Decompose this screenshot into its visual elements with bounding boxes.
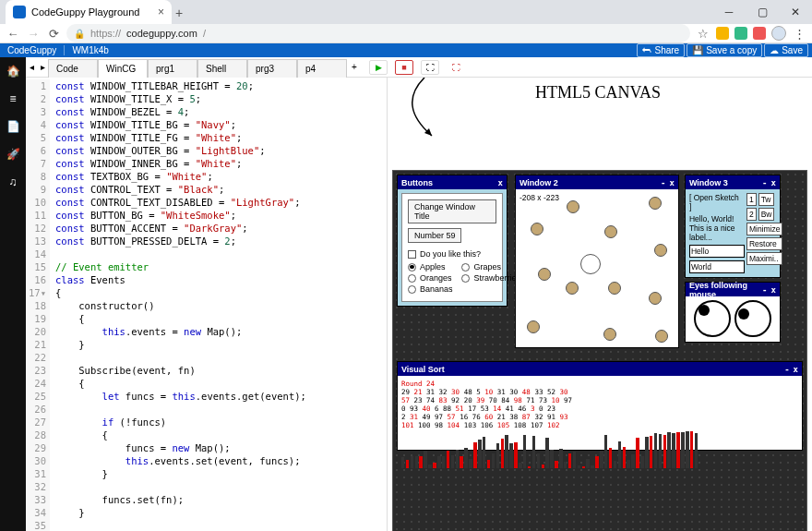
breadcrumb[interactable]: CodeGuppy: [0, 45, 64, 55]
open-sketch-link[interactable]: [ Open Sketch ]: [689, 193, 743, 211]
app-bluebar: CodeGuppy WM1k4b ⮪Share 💾Save a copy ☁Sa…: [0, 43, 812, 57]
new-tab-button[interactable]: +: [175, 6, 183, 20]
minimize-icon[interactable]: -: [762, 285, 767, 295]
radio[interactable]: Bananas: [408, 284, 453, 294]
url-bar[interactable]: 🔒 https://codeguppy.com/: [66, 24, 690, 42]
maximize-button[interactable]: ▢: [746, 0, 779, 24]
browser-tab[interactable]: CodeGuppy Playground ×: [6, 0, 172, 24]
save-button[interactable]: ☁Save: [764, 43, 808, 57]
label-text: Hello, World! This is a nice label...: [689, 214, 743, 242]
coords-label: -208 x -223: [519, 193, 559, 202]
favicon-icon: [13, 6, 26, 18]
window-title: Buttons: [401, 178, 433, 187]
ext-icon-1[interactable]: [716, 27, 729, 40]
lock-icon: 🔒: [74, 29, 85, 39]
mini-button[interactable]: 1: [746, 193, 757, 206]
code-tab[interactable]: Shell: [197, 59, 247, 78]
text-input[interactable]: Hello: [689, 245, 745, 258]
editor-pane[interactable]: 1const WINDOW_TITLEBAR_HEIGHT = 20;2cons…: [26, 78, 388, 531]
output-pane: HTML5 CANVAS Buttonsx Change Window Titl…: [388, 78, 812, 531]
radio[interactable]: Strawberries: [461, 273, 520, 283]
save-copy-button[interactable]: 💾Save a copy: [687, 43, 762, 57]
minimize-button[interactable]: Minimize: [746, 223, 783, 235]
run-button[interactable]: ▶: [369, 60, 388, 75]
minimize-button[interactable]: ─: [712, 0, 746, 24]
window-controls: ─ ▢ ✕: [712, 0, 812, 24]
radio[interactable]: Oranges: [408, 273, 453, 283]
text-input[interactable]: World: [689, 260, 745, 273]
maximize-button[interactable]: Maximi..: [746, 252, 783, 265]
close-icon[interactable]: x: [770, 178, 775, 187]
code-tab[interactable]: prg3: [247, 59, 297, 78]
mini-button[interactable]: Bw: [758, 208, 775, 221]
annotation-label: HTML5 CANVAS: [535, 83, 661, 103]
sort-numbers: Round 24 29 21 31 32 30 48 5 10 31 30 48…: [401, 380, 798, 429]
mini-button[interactable]: Tw: [758, 193, 775, 206]
restore-button[interactable]: Restore: [746, 237, 783, 250]
minimize-icon[interactable]: -: [661, 178, 665, 187]
radio[interactable]: Grapes: [461, 262, 520, 272]
change-title-button[interactable]: Change Window Title: [408, 199, 496, 223]
window-title: Eyes following mouse: [689, 281, 762, 299]
music-icon[interactable]: ♫: [5, 174, 21, 190]
checkbox[interactable]: Do you like this?: [408, 249, 496, 259]
minimize-icon[interactable]: -: [784, 365, 789, 374]
browser-titlebar: CodeGuppy Playground × + ─ ▢ ✕: [0, 0, 812, 24]
radio[interactable]: Apples: [408, 262, 453, 272]
window-title: Visual Sort: [401, 365, 445, 374]
menu-icon[interactable]: ⋮: [792, 26, 806, 41]
forward-button[interactable]: →: [26, 26, 41, 41]
menu-icon[interactable]: ≡: [5, 91, 21, 107]
save-icon: 💾: [692, 45, 703, 55]
sidebar: 🏠 ≡ 📄 🚀 ♫ 🗑: [0, 57, 26, 531]
reload-button[interactable]: ⟳: [46, 26, 61, 41]
close-icon[interactable]: ×: [158, 6, 164, 18]
eye-icon: [694, 300, 731, 337]
close-icon[interactable]: x: [669, 178, 674, 187]
code-tab[interactable]: WinCG: [98, 59, 148, 78]
tab-right-icon[interactable]: ▸: [37, 62, 48, 72]
rocket-icon[interactable]: 🚀: [5, 146, 21, 163]
window-3[interactable]: Window 3-x [ Open Sketch ] Hello, World!…: [685, 175, 781, 278]
tab-add-button[interactable]: +: [347, 62, 362, 72]
close-icon[interactable]: x: [770, 285, 775, 295]
close-icon[interactable]: x: [497, 178, 502, 187]
home-icon[interactable]: 🏠: [5, 63, 21, 79]
tab-left-icon[interactable]: ◂: [26, 62, 37, 72]
url-host: codeguppy.com: [126, 28, 197, 39]
share-icon: ⮪: [642, 45, 651, 55]
window-2[interactable]: Window 2-x -208 x -223: [515, 175, 679, 348]
eye-icon: [734, 300, 771, 337]
minimize-icon[interactable]: -: [762, 178, 767, 187]
number-button[interactable]: Number 59: [408, 228, 462, 243]
canvas-area[interactable]: Buttonsx Change Window Title Number 59 D…: [392, 170, 807, 531]
cloud-icon: ☁: [770, 45, 779, 55]
folder-icon[interactable]: 📄: [5, 118, 21, 135]
avatar[interactable]: [771, 26, 786, 41]
extension-icons: ☆ ⋮: [696, 26, 806, 41]
breadcrumb[interactable]: WM1k4b: [64, 45, 115, 55]
ext-icon-2[interactable]: [734, 27, 747, 40]
window-visual-sort[interactable]: Visual Sort-x Round 24 29 21 31 32 30 48…: [397, 361, 803, 451]
back-button[interactable]: ←: [6, 26, 20, 41]
fullscreen-icon[interactable]: ⛶: [447, 60, 465, 75]
star-icon[interactable]: ☆: [696, 26, 710, 41]
url-prefix: https://: [90, 28, 121, 39]
mini-button[interactable]: 2: [746, 208, 757, 221]
tab-title: CodeGuppy Playground: [31, 6, 139, 18]
close-button[interactable]: ✕: [779, 0, 812, 24]
stop-button[interactable]: ■: [395, 60, 413, 75]
code-tabs: ◂ ▸ CodeWinCGprg1Shellprg3p4 + ▶ ■ ⛶ ⛶: [26, 57, 812, 78]
code-tab[interactable]: prg1: [148, 59, 197, 78]
browser-toolbar: ← → ⟳ 🔒 https://codeguppy.com/ ☆ ⋮: [0, 24, 812, 43]
close-icon[interactable]: x: [794, 365, 798, 374]
window-buttons[interactable]: Buttonsx Change Window Title Number 59 D…: [397, 175, 508, 307]
arrow-icon: [388, 78, 452, 142]
sort-bars: [401, 431, 798, 468]
ext-icon-3[interactable]: [753, 27, 766, 40]
window-eyes[interactable]: Eyes following mouse-x: [685, 282, 781, 343]
code-tab[interactable]: p4: [297, 59, 347, 78]
code-tab[interactable]: Code: [48, 59, 98, 78]
share-button[interactable]: ⮪Share: [637, 43, 685, 57]
expand-button[interactable]: ⛶: [421, 60, 439, 75]
